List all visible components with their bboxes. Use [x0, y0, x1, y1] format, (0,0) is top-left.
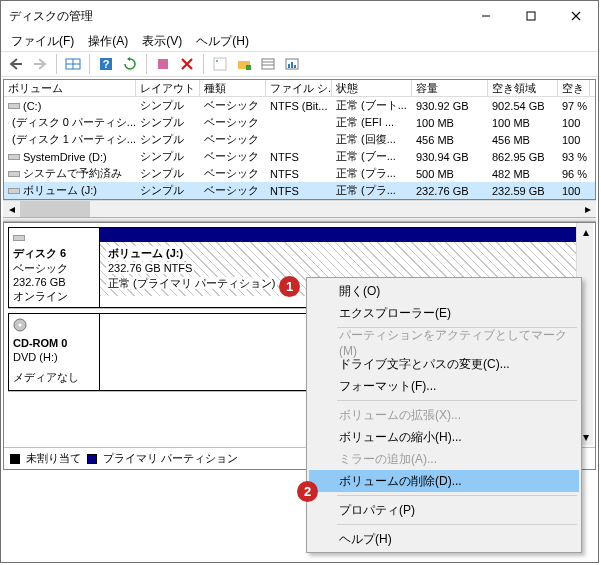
- maximize-button[interactable]: [508, 1, 553, 31]
- svg-rect-17: [291, 62, 293, 68]
- table-view-button[interactable]: [62, 53, 84, 75]
- svg-rect-7: [158, 59, 168, 69]
- ctx-delete[interactable]: ボリュームの削除(D)...: [309, 470, 579, 492]
- legend-primary-label: プライマリ パーティション: [103, 451, 238, 466]
- ctx-open[interactable]: 開く(O): [309, 280, 579, 302]
- legend-unallocated-swatch: [10, 454, 20, 464]
- scroll-right-icon[interactable]: ▸: [579, 201, 596, 217]
- callout-badge-2: 2: [297, 481, 318, 502]
- settings-icon[interactable]: [152, 53, 174, 75]
- menu-action[interactable]: 操作(A): [82, 31, 134, 52]
- table-row[interactable]: SystemDrive (D:)シンプルベーシックNTFS正常 (ブー...93…: [4, 148, 595, 165]
- col-pct[interactable]: 空き: [558, 80, 590, 96]
- cdrom-info: CD-ROM 0 DVD (H:) メディアなし: [8, 313, 100, 391]
- horizontal-scrollbar[interactable]: ◂ ▸: [3, 200, 596, 217]
- ctx-mirror: ミラーの追加(A)...: [309, 448, 579, 470]
- scroll-left-icon[interactable]: ◂: [3, 201, 20, 217]
- forward-button[interactable]: [29, 53, 51, 75]
- menu-view[interactable]: 表示(V): [136, 31, 188, 52]
- ctx-mark-active: パーティションをアクティブとしてマーク(M): [309, 331, 579, 353]
- toolbar: ?: [1, 51, 598, 77]
- col-status[interactable]: 状態: [332, 80, 412, 96]
- svg-rect-26: [9, 155, 19, 159]
- svg-point-9: [216, 60, 218, 62]
- titlebar: ディスクの管理: [1, 1, 598, 31]
- context-menu: 開く(O) エクスプローラー(E) パーティションをアクティブとしてマーク(M)…: [306, 277, 582, 553]
- ctx-properties[interactable]: プロパティ(P): [309, 499, 579, 521]
- table-row[interactable]: (C:)シンプルベーシックNTFS (Bit...正常 (ブート...930.9…: [4, 97, 595, 114]
- svg-rect-1: [527, 12, 535, 20]
- back-button[interactable]: [5, 53, 27, 75]
- col-volume[interactable]: ボリューム: [4, 80, 136, 96]
- svg-point-34: [19, 324, 22, 327]
- svg-rect-16: [288, 64, 290, 68]
- svg-rect-8: [214, 58, 226, 70]
- folder-icon[interactable]: [233, 53, 255, 75]
- svg-text:?: ?: [103, 58, 110, 70]
- menu-file[interactable]: ファイル(F): [5, 31, 80, 52]
- help-icon[interactable]: ?: [95, 53, 117, 75]
- table-row[interactable]: ボリューム (J:)シンプルベーシックNTFS正常 (プラ...232.76 G…: [4, 182, 595, 199]
- svg-rect-12: [262, 59, 274, 69]
- svg-rect-20: [9, 104, 19, 108]
- scroll-up-icon[interactable]: ▴: [577, 223, 594, 240]
- ctx-extend: ボリュームの拡張(X)...: [309, 404, 579, 426]
- minimize-button[interactable]: [463, 1, 508, 31]
- col-layout[interactable]: レイアウト: [136, 80, 200, 96]
- col-filesystem[interactable]: ファイル シ...: [266, 80, 332, 96]
- svg-rect-32: [14, 236, 24, 240]
- table-row[interactable]: システムで予約済みシンプルベーシックNTFS正常 (プラ...500 MB482…: [4, 165, 595, 182]
- ctx-explorer[interactable]: エクスプローラー(E): [309, 302, 579, 324]
- list-icon[interactable]: [257, 53, 279, 75]
- col-free[interactable]: 空き領域: [488, 80, 558, 96]
- ctx-shrink[interactable]: ボリュームの縮小(H)...: [309, 426, 579, 448]
- menu-help[interactable]: ヘルプ(H): [190, 31, 255, 52]
- volume-table: ボリュームレイアウト種類ファイル シ...状態容量空き領域空き (C:)シンプル…: [3, 79, 596, 200]
- close-button[interactable]: [553, 1, 598, 31]
- col-capacity[interactable]: 容量: [412, 80, 488, 96]
- delete-icon[interactable]: [176, 53, 198, 75]
- svg-rect-18: [294, 65, 296, 68]
- refresh-icon[interactable]: [119, 53, 141, 75]
- ctx-help[interactable]: ヘルプ(H): [309, 528, 579, 550]
- chart-icon[interactable]: [281, 53, 303, 75]
- table-row[interactable]: (ディスク 1 パーティシ...シンプルベーシック正常 (回復...456 MB…: [4, 131, 595, 148]
- svg-rect-30: [9, 189, 19, 193]
- properties-icon[interactable]: [209, 53, 231, 75]
- table-header: ボリュームレイアウト種類ファイル シ...状態容量空き領域空き: [4, 80, 595, 97]
- table-row[interactable]: (ディスク 0 パーティシ...シンプルベーシック正常 (EFI ...100 …: [4, 114, 595, 131]
- col-type[interactable]: 種類: [200, 80, 266, 96]
- legend-primary-swatch: [87, 454, 97, 464]
- svg-rect-28: [9, 172, 19, 176]
- callout-badge-1: 1: [279, 276, 300, 297]
- window-title: ディスクの管理: [9, 8, 463, 25]
- ctx-format[interactable]: フォーマット(F)...: [309, 375, 579, 397]
- disk-info: ディスク 6 ベーシック 232.76 GB オンライン: [8, 227, 100, 308]
- legend-unallocated-label: 未割り当て: [26, 451, 81, 466]
- svg-rect-11: [246, 65, 251, 70]
- menubar: ファイル(F) 操作(A) 表示(V) ヘルプ(H): [1, 31, 598, 51]
